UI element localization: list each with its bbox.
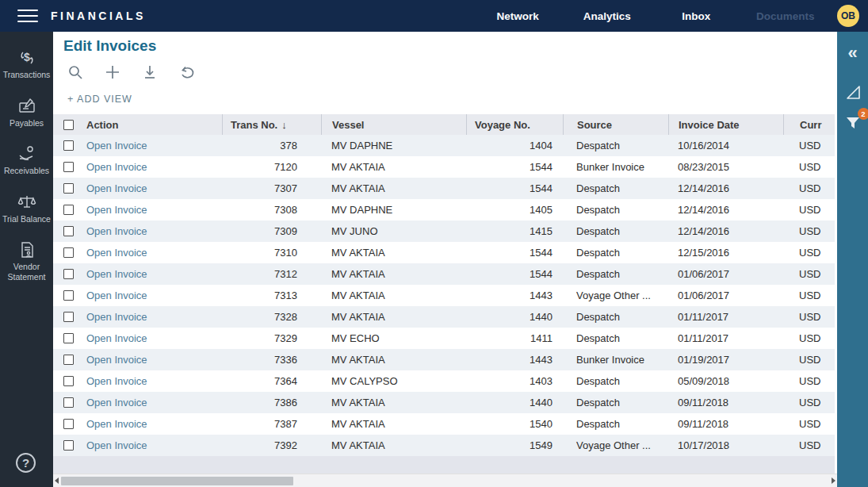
table-row[interactable]: Open Invoice 7312 MV AKTAIA 1544 Despatc… [53, 263, 835, 285]
open-invoice-link[interactable]: Open Invoice [83, 375, 222, 387]
undo-icon[interactable] [179, 64, 195, 80]
table-row[interactable]: Open Invoice 7309 MV JUNO 1415 Despatch … [53, 220, 835, 242]
open-invoice-link[interactable]: Open Invoice [83, 161, 222, 173]
voyage-no-cell: 1544 [466, 247, 563, 259]
invoices-table: Action Trans No. ↓ Vessel Voyage No. Sou… [53, 114, 835, 456]
topbar: FINANCIALS Network Analytics Inbox Docum… [0, 0, 868, 32]
column-header-voyage-no[interactable]: Voyage No. [466, 114, 563, 135]
curr-cell: USD [783, 311, 835, 323]
add-view-button[interactable]: + ADD VIEW [67, 94, 132, 105]
open-invoice-link[interactable]: Open Invoice [83, 397, 222, 408]
row-checkbox[interactable] [63, 333, 74, 343]
add-icon[interactable] [105, 64, 120, 80]
avatar[interactable]: OB [837, 5, 859, 27]
set-square-icon[interactable] [843, 82, 863, 103]
select-all-checkbox[interactable] [63, 120, 74, 130]
table-row[interactable]: Open Invoice 7307 MV AKTAIA 1544 Despatc… [53, 178, 835, 199]
row-checkbox[interactable] [63, 312, 74, 322]
column-header-curr[interactable]: Curr [783, 114, 835, 135]
source-cell: Despatch [563, 375, 668, 387]
vessel-cell: MV AKTAIA [321, 161, 466, 173]
scroll-right-icon[interactable] [832, 477, 835, 484]
help-icon[interactable]: ? [16, 453, 36, 473]
table-row[interactable]: Open Invoice 7364 MV CALYPSO 1403 Despat… [53, 370, 835, 392]
trans-no-cell: 7387 [222, 418, 321, 430]
open-invoice-link[interactable]: Open Invoice [83, 290, 222, 301]
search-icon[interactable] [67, 64, 83, 80]
row-checkbox[interactable] [63, 205, 74, 215]
curr-cell: USD [783, 375, 835, 387]
sidebar-item-receivables[interactable]: Receivables [0, 128, 53, 176]
open-invoice-link[interactable]: Open Invoice [83, 439, 222, 451]
source-cell: Voyage Other ... [563, 290, 668, 301]
table-row[interactable]: Open Invoice 7310 MV AKTAIA 1544 Despatc… [53, 242, 835, 263]
svg-text:$: $ [24, 51, 30, 63]
row-checkbox[interactable] [63, 269, 74, 279]
column-header-trans-no[interactable]: Trans No. ↓ [222, 114, 321, 135]
scroll-left-icon[interactable] [55, 477, 59, 484]
nav-analytics[interactable]: Analytics [563, 10, 652, 22]
filter-icon[interactable]: 2 [843, 113, 863, 133]
sidebar-item-vendor-statement[interactable]: Vendor Statement [0, 224, 53, 282]
column-header-vessel[interactable]: Vessel [321, 114, 466, 135]
table-row[interactable]: Open Invoice 7392 MV AKTAIA 1549 Voyage … [53, 435, 835, 456]
open-invoice-link[interactable]: Open Invoice [83, 204, 222, 216]
open-invoice-link[interactable]: Open Invoice [83, 354, 222, 366]
nav-inbox[interactable]: Inbox [652, 10, 741, 22]
column-header-invoice-date[interactable]: Invoice Date [668, 114, 783, 135]
row-checkbox[interactable] [63, 397, 74, 408]
invoice-date-cell: 01/06/2017 [668, 268, 783, 280]
open-invoice-link[interactable]: Open Invoice [83, 418, 222, 430]
table-row[interactable]: Open Invoice 7313 MV AKTAIA 1443 Voyage … [53, 285, 835, 306]
invoice-date-cell: 05/09/2018 [668, 375, 783, 387]
open-invoice-link[interactable]: Open Invoice [83, 140, 222, 151]
open-invoice-link[interactable]: Open Invoice [83, 332, 222, 344]
download-icon[interactable] [142, 64, 158, 80]
table-row[interactable]: Open Invoice 7329 MV ECHO 1411 Despatch … [53, 328, 835, 349]
voyage-no-cell: 1440 [466, 397, 563, 408]
collapse-panel-icon[interactable]: « [843, 43, 863, 63]
source-cell: Voyage Other ... [563, 439, 668, 451]
trans-no-cell: 7310 [222, 247, 321, 259]
open-invoice-link[interactable]: Open Invoice [83, 247, 222, 259]
open-invoice-link[interactable]: Open Invoice [83, 311, 222, 323]
voyage-no-cell: 1440 [466, 311, 563, 323]
table-row[interactable]: Open Invoice 7328 MV AKTAIA 1440 Despatc… [53, 306, 835, 328]
horizontal-scrollbar[interactable] [53, 474, 837, 487]
voyage-no-cell: 1544 [466, 268, 563, 280]
table-row[interactable]: Open Invoice 7120 MV AKTAIA 1544 Bunker … [53, 156, 835, 178]
row-checkbox[interactable] [63, 290, 74, 301]
trans-no-cell: 7386 [222, 397, 321, 408]
scrollbar-thumb[interactable] [61, 477, 293, 485]
column-header-source[interactable]: Source [563, 114, 668, 135]
curr-cell: USD [783, 140, 835, 151]
trans-no-cell: 7313 [222, 290, 321, 301]
open-invoice-link[interactable]: Open Invoice [83, 225, 222, 237]
sidebar-item-label: Trial Balance [0, 214, 53, 224]
row-checkbox[interactable] [63, 162, 74, 172]
table-row[interactable]: Open Invoice 378 MV DAPHNE 1404 Despatch… [53, 135, 835, 156]
sidebar-item-trial-balance[interactable]: Trial Balance [0, 176, 53, 224]
table-row[interactable]: Open Invoice 7386 MV AKTAIA 1440 Despatc… [53, 392, 835, 413]
row-checkbox[interactable] [63, 140, 74, 151]
open-invoice-link[interactable]: Open Invoice [83, 182, 222, 194]
table-row[interactable]: Open Invoice 7336 MV AKTAIA 1443 Bunker … [53, 349, 835, 370]
trans-no-cell: 7364 [222, 375, 321, 387]
vessel-cell: MV ECHO [321, 332, 466, 344]
sidebar-item-payables[interactable]: Payables [0, 80, 53, 128]
nav-network[interactable]: Network [473, 10, 563, 22]
row-checkbox[interactable] [63, 226, 74, 236]
row-checkbox[interactable] [63, 440, 74, 451]
row-checkbox[interactable] [63, 183, 74, 194]
row-checkbox[interactable] [63, 355, 74, 365]
voyage-no-cell: 1540 [466, 418, 563, 430]
row-checkbox[interactable] [63, 376, 74, 386]
hamburger-menu-icon[interactable] [17, 10, 38, 22]
table-row[interactable]: Open Invoice 7387 MV AKTAIA 1540 Despatc… [53, 413, 835, 435]
sidebar-item-transactions[interactable]: $ Transactions [0, 32, 53, 80]
column-header-action[interactable]: Action [83, 114, 222, 135]
row-checkbox[interactable] [63, 247, 74, 258]
open-invoice-link[interactable]: Open Invoice [83, 268, 222, 280]
table-row[interactable]: Open Invoice 7308 MV DAPHNE 1405 Despatc… [53, 199, 835, 220]
row-checkbox[interactable] [63, 419, 74, 429]
